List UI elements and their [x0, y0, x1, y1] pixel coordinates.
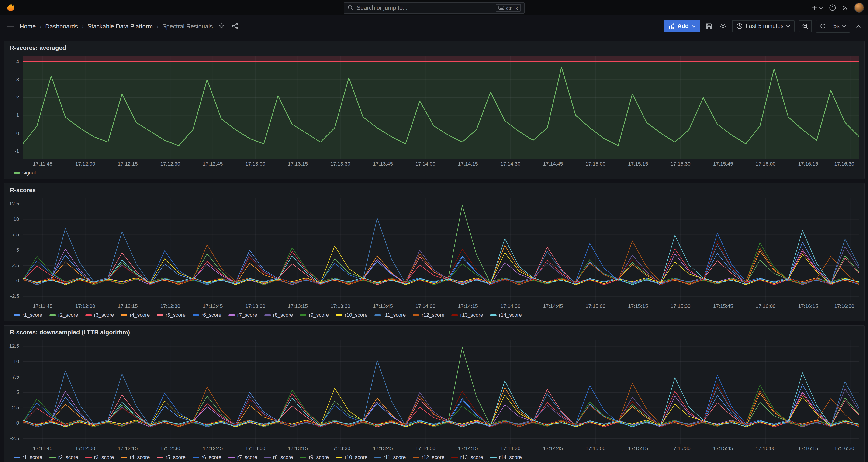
legend-item-r8_score[interactable]: r8_score — [264, 312, 293, 318]
refresh-button[interactable] — [817, 20, 830, 32]
plot-area[interactable] — [23, 56, 859, 159]
x-axis-label: 17:12:30 — [160, 445, 180, 451]
legend-item-r12_score[interactable]: r12_score — [413, 312, 444, 318]
help-button[interactable]: ? — [829, 4, 836, 11]
legend-item-r9_score[interactable]: r9_score — [300, 454, 329, 460]
chevron-down-icon — [818, 6, 823, 9]
legend-label: r13_score — [460, 454, 483, 460]
y-axis-label: -2.5 — [10, 294, 19, 299]
legend-item-r11_score[interactable]: r11_score — [374, 454, 406, 460]
legend-label: r12_score — [422, 454, 444, 460]
legend-item-r4_score[interactable]: r4_score — [121, 454, 150, 460]
legend-item-signal[interactable]: signal — [13, 170, 36, 175]
zoom-out-button[interactable] — [799, 20, 812, 32]
legend-item-r8_score[interactable]: r8_score — [264, 454, 293, 460]
y-axis-label: 0 — [16, 278, 19, 284]
panel-title[interactable]: R-scores — [4, 183, 864, 196]
legend-item-r10_score[interactable]: r10_score — [336, 454, 367, 460]
legend-swatch — [374, 314, 381, 315]
plot-area[interactable] — [23, 198, 859, 301]
legend-item-r6_score[interactable]: r6_score — [193, 312, 221, 318]
legend-item-r3_score[interactable]: r3_score — [85, 454, 114, 460]
save-button[interactable] — [704, 20, 714, 32]
legend-label: r11_score — [383, 312, 406, 318]
favorite-button[interactable] — [217, 20, 226, 32]
plot-canvas[interactable] — [23, 198, 859, 301]
y-axis: 43210-1 — [8, 56, 21, 159]
x-axis-label: 17:16:30 — [834, 161, 854, 166]
chart-body: 12.5107.552.50-2.5 — [8, 198, 859, 301]
search-input[interactable]: Search or jump to... ctrl+k — [344, 2, 525, 13]
keyboard-icon — [499, 6, 504, 10]
x-axis-label: 17:14:00 — [415, 303, 435, 309]
share-button[interactable] — [230, 20, 240, 32]
legend-item-r14_score[interactable]: r14_score — [490, 312, 522, 318]
x-axis-label: 17:15:45 — [713, 161, 733, 166]
y-axis-label: 1 — [16, 113, 19, 118]
legend-item-r7_score[interactable]: r7_score — [228, 454, 257, 460]
plot-canvas[interactable] — [23, 340, 859, 443]
legend-item-r1_score[interactable]: r1_score — [13, 454, 42, 460]
y-axis-label: 3 — [16, 77, 19, 82]
legend-item-r9_score[interactable]: r9_score — [300, 312, 329, 318]
add-button[interactable]: Add — [664, 20, 700, 32]
news-button[interactable] — [842, 4, 848, 11]
x-axis-label: 17:15:00 — [585, 445, 606, 451]
settings-button[interactable] — [718, 20, 728, 32]
y-axis-label: 7.5 — [12, 232, 19, 238]
new-button[interactable] — [811, 4, 823, 11]
legend-item-r4_score[interactable]: r4_score — [121, 312, 150, 318]
legend-item-r12_score[interactable]: r12_score — [413, 454, 444, 460]
x-axis-label: 17:12:45 — [203, 445, 223, 451]
legend-swatch — [85, 314, 92, 315]
legend-swatch — [264, 314, 271, 315]
legend-item-r1_score[interactable]: r1_score — [13, 312, 42, 318]
legend-label: r10_score — [345, 454, 367, 460]
grafana-logo[interactable] — [5, 2, 16, 13]
legend-item-r11_score[interactable]: r11_score — [374, 312, 406, 318]
plot-canvas[interactable] — [23, 56, 859, 159]
legend-swatch — [452, 456, 458, 458]
x-axis-label: 17:12:00 — [75, 303, 95, 309]
legend-label: r14_score — [499, 454, 522, 460]
breadcrumb-item[interactable]: Dashboards — [45, 23, 78, 30]
panel-title[interactable]: R-scores: downsampled (LTTB algorithm) — [4, 326, 864, 339]
legend-item-r5_score[interactable]: r5_score — [157, 312, 186, 318]
x-axis-label: 17:14:30 — [501, 445, 521, 451]
legend-swatch — [413, 456, 419, 458]
x-axis-label: 17:14:30 — [501, 303, 521, 309]
search-shortcut: ctrl+k — [496, 4, 521, 11]
legend-item-r13_score[interactable]: r13_score — [452, 312, 483, 318]
breadcrumb-item[interactable]: Home — [20, 23, 36, 30]
legend-label: r3_score — [94, 312, 114, 318]
breadcrumb-item[interactable]: Stackable Data Platform — [87, 23, 153, 30]
profile-button[interactable] — [855, 3, 863, 12]
panel-r-scores: R-scores 12.5107.552.50-2.5 17:11:4517:1… — [4, 183, 864, 321]
refresh-interval-picker[interactable]: 5s — [830, 20, 849, 32]
x-axis-label: 17:14:00 — [415, 445, 435, 451]
x-axis-label: 17:13:45 — [373, 445, 393, 451]
x-axis-label: 17:14:15 — [458, 303, 478, 309]
legend-item-r10_score[interactable]: r10_score — [336, 312, 367, 318]
legend-item-r2_score[interactable]: r2_score — [50, 454, 78, 460]
legend-swatch — [121, 456, 127, 458]
legend-item-r14_score[interactable]: r14_score — [490, 454, 522, 460]
legend-item-r6_score[interactable]: r6_score — [193, 454, 221, 460]
x-axis-label: 17:13:45 — [373, 161, 393, 166]
plot-area[interactable] — [23, 340, 859, 443]
panel-r-scores-averaged: R-scores: averaged 43210-1 17:11:4517:12… — [4, 40, 864, 179]
legend-item-r13_score[interactable]: r13_score — [452, 454, 483, 460]
collapse-rows-button[interactable] — [854, 20, 862, 32]
legend-item-r5_score[interactable]: r5_score — [157, 454, 186, 460]
panel-title[interactable]: R-scores: averaged — [4, 41, 864, 54]
series-line-r13_score — [23, 242, 859, 285]
legend-swatch — [193, 314, 199, 315]
legend-item-r7_score[interactable]: r7_score — [228, 312, 257, 318]
legend-swatch — [413, 314, 419, 315]
grafana-flame-icon — [5, 3, 15, 12]
mega-menu-toggle[interactable] — [6, 20, 16, 32]
legend-item-r2_score[interactable]: r2_score — [50, 312, 78, 318]
x-axis-label: 17:12:00 — [75, 445, 95, 451]
legend-item-r3_score[interactable]: r3_score — [85, 312, 114, 318]
time-range-picker[interactable]: Last 5 minutes — [732, 20, 795, 32]
